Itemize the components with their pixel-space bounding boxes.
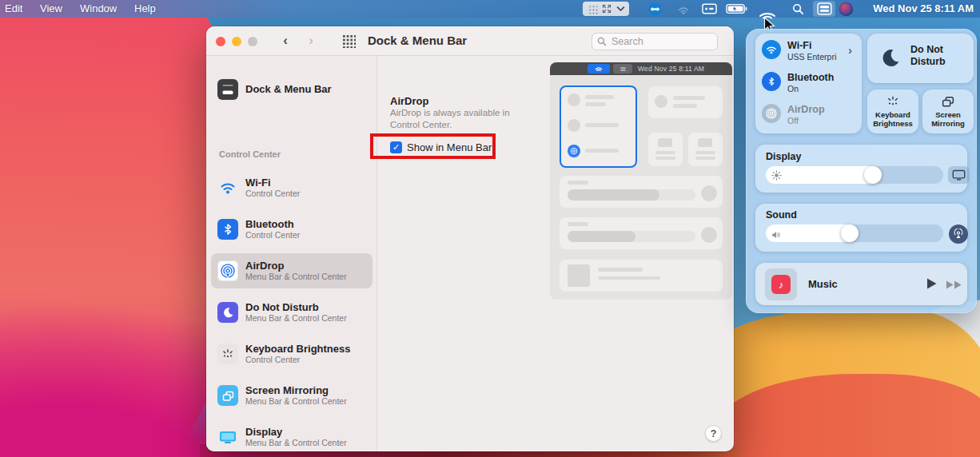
sound-label: Sound	[766, 209, 797, 221]
airdrop-icon[interactable]	[762, 104, 781, 123]
expand-icon	[602, 4, 612, 14]
show-all-grid-icon[interactable]	[342, 34, 356, 48]
content-description: AirDrop is always available in Control C…	[390, 107, 528, 130]
brightness-icon	[771, 169, 782, 184]
preview-airdrop-dot	[568, 145, 580, 157]
moon-icon	[217, 302, 238, 323]
sidebar-item-subtitle: Control Center	[245, 230, 300, 240]
bluetooth-subtitle: On	[787, 84, 799, 93]
control-center-panel: Wi-Fi USS Enterprise › Bluetooth On AirD…	[746, 29, 977, 313]
airdrop-subtitle: Off	[787, 116, 799, 125]
screen-mirroring-icon	[940, 94, 956, 112]
keyboard-brightness-icon	[217, 344, 238, 364]
do-not-disturb-card[interactable]: Do Not Disturb	[867, 34, 974, 83]
speaker-icon	[771, 228, 782, 243]
slider-knob[interactable]	[841, 225, 858, 242]
close-button[interactable]	[216, 37, 225, 46]
moon-icon	[878, 46, 901, 72]
sidebar-item-bluetooth[interactable]: BluetoothControl Center	[211, 212, 372, 247]
teamviewer-icon[interactable]	[648, 2, 662, 15]
menu-window[interactable]: Window	[80, 2, 117, 14]
screen-mirroring-card[interactable]: Screen Mirroring	[922, 89, 974, 133]
sidebar-item-subtitle: Menu Bar & Control Center	[245, 272, 347, 281]
control-center-icon[interactable]	[813, 1, 835, 17]
sidebar-item-subtitle: Control Center	[245, 189, 300, 198]
sidebar: Dock & Menu Bar Control Center Wi-FiCont…	[206, 56, 377, 451]
menu-bar-clock[interactable]: Wed Nov 25 8:11 AM	[873, 2, 974, 14]
sidebar-item-airdrop[interactable]: AirDropMenu Bar & Control Center	[211, 253, 372, 288]
bluetooth-icon[interactable]	[762, 72, 781, 91]
sidebar-item-screen-mirroring[interactable]: Screen MirroringMenu Bar & Control Cente…	[211, 378, 372, 413]
wifi-icon[interactable]	[762, 40, 781, 59]
window-title: Dock & Menu Bar	[368, 34, 467, 47]
chevron-down-icon	[616, 6, 625, 12]
bluetooth-icon	[217, 219, 238, 240]
preview-card	[648, 86, 723, 118]
preview-menu-bar: Wed Nov 25 8:11 AM	[550, 62, 732, 75]
preview-music-row	[560, 260, 723, 292]
preview-sound-row	[560, 217, 723, 249]
sidebar-item-title: Display	[245, 427, 347, 439]
play-button[interactable]	[926, 277, 938, 293]
screen-size-widget[interactable]	[583, 2, 629, 16]
menu-edit[interactable]: Edit	[5, 2, 22, 14]
wifi-icon	[217, 177, 238, 198]
sidebar-section-label: Control Center	[219, 149, 281, 159]
sidebar-item-keyboard-brightness[interactable]: Keyboard BrightnessControl Center	[211, 336, 372, 372]
sidebar-item-wifi[interactable]: Wi-FiControl Center	[211, 170, 372, 205]
dock-menu-bar-icon	[217, 79, 238, 100]
preview-display-row	[560, 176, 723, 208]
menu-help[interactable]: Help	[134, 2, 156, 14]
chevron-right-icon[interactable]: ›	[848, 43, 852, 57]
music-app-icon: ♪	[771, 275, 791, 294]
display-card: Display	[755, 145, 967, 193]
display-brightness-slider[interactable]	[766, 166, 943, 184]
zoom-button[interactable]	[248, 37, 257, 46]
sidebar-item-subtitle: Control Center	[245, 355, 350, 364]
sidebar-item-title: Dock & Menu Bar	[245, 84, 332, 96]
colorful-app-icon[interactable]	[839, 2, 853, 15]
sidebar-item-subtitle: Menu Bar & Control Center	[245, 438, 347, 447]
keyboard-brightness-label: Keyboard Brightness	[867, 110, 918, 129]
ghost-airdrop-icon	[676, 2, 691, 15]
wifi-subtitle: USS Enterprise	[787, 52, 837, 62]
search-input[interactable]	[610, 35, 706, 48]
sidebar-item-subtitle: Menu Bar & Control Center	[245, 396, 347, 406]
screen-mirroring-label: Screen Mirroring	[922, 110, 974, 129]
bluetooth-title: Bluetooth	[787, 72, 834, 84]
connectivity-card: Wi-Fi USS Enterprise › Bluetooth On AirD…	[755, 34, 862, 133]
battery-charging-icon[interactable]	[726, 2, 749, 15]
menu-view[interactable]: View	[40, 2, 62, 14]
sound-volume-slider[interactable]	[766, 225, 943, 242]
airplay-audio-button[interactable]	[949, 225, 968, 244]
display-settings-button[interactable]	[948, 166, 970, 184]
airdrop-icon	[217, 260, 238, 281]
sidebar-item-title: Wi-Fi	[245, 177, 300, 189]
system-preferences-window: ‹ › Dock & Menu Bar Dock & Menu Bar Cont…	[206, 26, 734, 451]
back-button[interactable]: ‹	[277, 32, 294, 50]
help-button[interactable]: ?	[705, 425, 722, 442]
preview-clock: Wed Nov 25 8:11 AM	[638, 65, 704, 73]
sidebar-item-dock-menu-bar[interactable]: Dock & Menu Bar	[211, 72, 372, 107]
screen-mirroring-icon	[217, 385, 238, 406]
minimize-button[interactable]	[232, 37, 241, 46]
music-card: ♪ Music	[755, 263, 967, 305]
airdrop-title: AirDrop	[787, 104, 825, 116]
display-label: Display	[766, 151, 801, 162]
preview-card	[648, 133, 683, 166]
search-icon[interactable]	[792, 2, 804, 15]
fast-forward-button[interactable]	[946, 279, 963, 293]
window-icon[interactable]	[702, 2, 717, 15]
preview-control-center-pill	[613, 64, 632, 74]
sidebar-item-display[interactable]: DisplayMenu Bar & Control Center	[211, 419, 372, 451]
search-field[interactable]	[592, 33, 718, 50]
forward-button[interactable]: ›	[302, 32, 320, 50]
preview-connectivity-card	[560, 85, 637, 168]
sidebar-item-do-not-disturb[interactable]: Do Not DisturbMenu Bar & Control Center	[211, 295, 372, 330]
content-heading: AirDrop	[390, 95, 428, 107]
keyboard-brightness-card[interactable]: Keyboard Brightness	[867, 89, 918, 133]
menu-bar: Edit View Window Help Wed Nov 25 8:11	[0, 0, 980, 18]
slider-knob[interactable]	[864, 166, 882, 184]
highlight-box	[370, 133, 496, 159]
control-center-preview: Wed Nov 25 8:11 AM	[550, 62, 732, 300]
